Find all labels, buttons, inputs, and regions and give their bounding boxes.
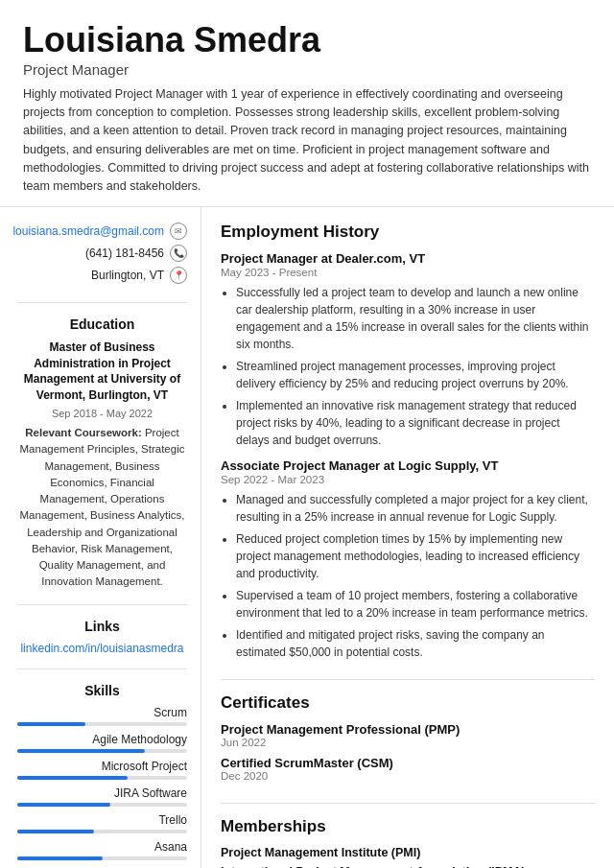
edu-degree: Master of Business Administration in Pro… — [17, 340, 187, 404]
cert-item: Certified ScrumMaster (CSM) Dec 2020 — [221, 756, 595, 782]
skill-item: Asana — [17, 840, 187, 860]
candidate-title: Project Manager — [23, 61, 591, 78]
skill-bar-fill — [17, 722, 85, 726]
job-title: Associate Project Manager at Logic Suppl… — [221, 458, 595, 473]
candidate-name: Louisiana Smedra — [23, 21, 591, 59]
skill-bar-fill — [17, 803, 110, 807]
cert-date: Dec 2020 — [221, 770, 595, 782]
job-bullet: Managed and successfully completed a maj… — [236, 491, 595, 526]
job-block: Associate Project Manager at Logic Suppl… — [221, 458, 595, 661]
skill-bar-bg — [17, 722, 187, 726]
education-title: Education — [17, 317, 187, 332]
skill-name: Agile Methodology — [17, 733, 187, 746]
email-link[interactable]: louisiana.smedra@gmail.com — [12, 224, 164, 238]
edu-courses: Relevant Coursework: Project Management … — [17, 425, 187, 591]
memberships-title: Memberships — [221, 817, 595, 836]
job-bullet: Implemented an innovative risk managemen… — [236, 397, 595, 449]
contact-phone-item: (641) 181-8456 📞 — [17, 245, 187, 262]
job-bullet: Identified and mitigated project risks, … — [236, 626, 595, 661]
skill-name: JIRA Software — [17, 786, 187, 800]
certs-list: Project Management Professional (PMP) Ju… — [221, 722, 595, 782]
header-section: Louisiana Smedra Project Manager Highly … — [0, 0, 614, 207]
job-title: Project Manager at Dealer.com, VT — [221, 251, 595, 266]
links-title: Links — [17, 619, 187, 634]
job-date: Sep 2022 - Mar 2023 — [221, 474, 595, 485]
skill-bar-bg — [17, 830, 187, 833]
cert-name: Project Management Professional (PMP) — [221, 722, 595, 737]
right-column: Employment History Project Manager at De… — [201, 207, 614, 868]
job-date: May 2023 - Present — [221, 267, 595, 278]
members-list: Project Management Institute (PMI)Intern… — [221, 846, 595, 868]
job-bullet: Supervised a team of 10 project members,… — [236, 587, 595, 622]
skill-item: Agile Methodology — [17, 733, 187, 753]
contact-section: louisiana.smedra@gmail.com ✉ (641) 181-8… — [17, 223, 187, 303]
courses-label: Relevant Coursework: — [25, 427, 141, 438]
skill-bar-fill — [17, 830, 94, 833]
job-bullet: Successfully led a project team to devel… — [236, 284, 595, 353]
email-icon: ✉ — [170, 223, 187, 240]
cert-name: Certified ScrumMaster (CSM) — [221, 756, 595, 770]
location-text: Burlington, VT — [91, 269, 164, 282]
job-bullets: Managed and successfully completed a maj… — [221, 491, 595, 661]
phone-text: (641) 181-8456 — [85, 246, 164, 260]
location-icon: 📍 — [170, 267, 187, 284]
resume-page: Louisiana Smedra Project Manager Highly … — [0, 0, 614, 868]
courses-text: Project Management Principles, Strategic… — [20, 427, 185, 587]
jobs-list: Project Manager at Dealer.com, VT May 20… — [221, 251, 595, 661]
memberships-section: Memberships Project Management Institute… — [221, 817, 595, 868]
education-section: Education Master of Business Administrat… — [17, 317, 187, 605]
skill-name: Scrum — [17, 706, 187, 719]
cert-item: Project Management Professional (PMP) Ju… — [221, 722, 595, 748]
skills-list: Scrum Agile Methodology Microsoft Projec… — [17, 706, 187, 868]
links-section: Links linkedin.com/in/louisianasmedra — [17, 619, 187, 669]
employment-title: Employment History — [221, 223, 595, 242]
skill-bar-fill — [17, 776, 128, 780]
skill-name: Trello — [17, 813, 187, 827]
skill-item: JIRA Software — [17, 786, 187, 807]
contact-location-item: Burlington, VT 📍 — [17, 267, 187, 284]
job-bullet: Streamlined project management processes… — [236, 358, 595, 392]
skill-item: Scrum — [17, 706, 187, 726]
skill-bar-fill — [17, 856, 103, 860]
skill-bar-bg — [17, 776, 187, 780]
skill-bar-fill — [17, 749, 145, 753]
contact-email-item: louisiana.smedra@gmail.com ✉ — [17, 223, 187, 240]
member-item: Project Management Institute (PMI) — [221, 846, 595, 859]
edu-date: Sep 2018 - May 2022 — [17, 408, 187, 419]
employment-section: Employment History Project Manager at De… — [221, 223, 595, 680]
left-column: louisiana.smedra@gmail.com ✉ (641) 181-8… — [0, 207, 201, 868]
skill-item: Trello — [17, 813, 187, 833]
candidate-summary: Highly motivated Project Manager with 1 … — [23, 85, 591, 197]
skill-name: Microsoft Project — [17, 760, 187, 773]
cert-date: Jun 2022 — [221, 737, 595, 748]
skill-name: Asana — [17, 840, 187, 854]
certificates-section: Certificates Project Management Professi… — [221, 693, 595, 804]
job-bullets: Successfully led a project team to devel… — [221, 284, 595, 449]
certs-title: Certificates — [221, 693, 595, 713]
skill-bar-bg — [17, 803, 187, 807]
linkedin-link[interactable]: linkedin.com/in/louisianasmedra — [17, 642, 187, 655]
skills-section: Skills Scrum Agile Methodology Microsoft… — [17, 683, 187, 868]
job-block: Project Manager at Dealer.com, VT May 20… — [221, 251, 595, 449]
phone-icon: 📞 — [170, 245, 187, 262]
job-bullet: Reduced project completion times by 15% … — [236, 530, 595, 582]
skill-item: Microsoft Project — [17, 760, 187, 780]
skill-bar-bg — [17, 856, 187, 860]
skill-bar-bg — [17, 749, 187, 753]
body-columns: louisiana.smedra@gmail.com ✉ (641) 181-8… — [0, 207, 614, 868]
skills-title: Skills — [17, 683, 187, 698]
